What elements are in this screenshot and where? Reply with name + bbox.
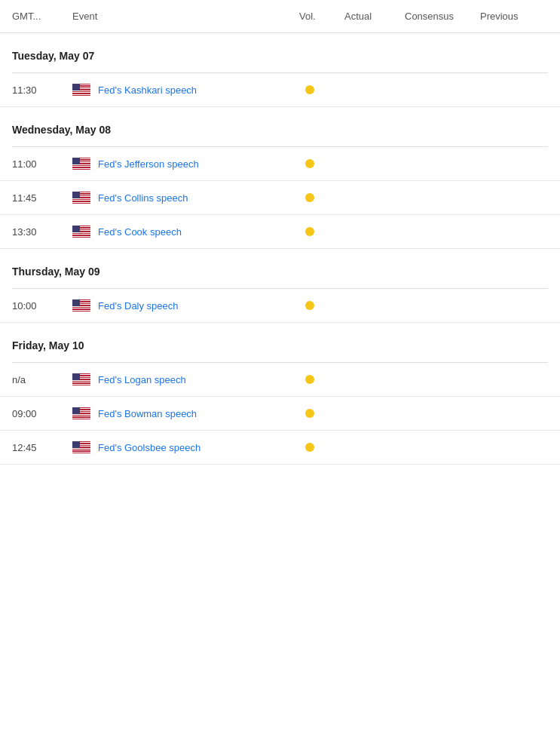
event-name-cell: Fed's Kashkari speech (72, 84, 299, 96)
event-name-cell: Fed's Goolsbee speech (72, 441, 299, 453)
vol-cell (299, 159, 344, 168)
vol-cell (299, 375, 344, 384)
volatility-dot (305, 227, 314, 236)
event-time: n/a (12, 374, 72, 385)
vol-cell (299, 227, 344, 236)
us-flag-icon (72, 158, 90, 170)
volatility-dot (305, 443, 314, 452)
volatility-dot (305, 193, 314, 202)
day-section-1: Wednesday, May 08 (0, 107, 560, 143)
us-flag-icon (72, 407, 90, 419)
event-title[interactable]: Fed's Kashkari speech (98, 84, 197, 96)
vol-cell (299, 193, 344, 202)
header-gmt: GMT... (12, 11, 72, 22)
day-section-0: Tuesday, May 07 (0, 33, 560, 69)
volatility-dot (305, 409, 314, 418)
event-time: 13:30 (12, 226, 72, 238)
event-title[interactable]: Fed's Collins speech (98, 192, 188, 204)
event-title[interactable]: Fed's Jefferson speech (98, 158, 199, 170)
volatility-dot (305, 85, 314, 94)
vol-cell (299, 301, 344, 310)
day-label-2: Thursday, May 09 (12, 266, 548, 278)
calendar-body: Tuesday, May 0711:30Fed's Kashkari speec… (0, 33, 560, 465)
event-time: 11:45 (12, 192, 72, 204)
vol-cell (299, 443, 344, 452)
day-label-1: Wednesday, May 08 (12, 124, 548, 136)
day-label-0: Tuesday, May 07 (12, 50, 548, 62)
header-consensus: Consensus (405, 11, 480, 22)
vol-cell (299, 85, 344, 94)
event-name-cell: Fed's Cook speech (72, 226, 299, 238)
event-title[interactable]: Fed's Logan speech (98, 374, 186, 385)
event-name-cell: Fed's Collins speech (72, 192, 299, 204)
event-name-cell: Fed's Logan speech (72, 373, 299, 385)
volatility-dot (305, 159, 314, 168)
day-section-2: Thursday, May 09 (0, 249, 560, 285)
us-flag-icon (72, 192, 90, 204)
table-row: 10:00Fed's Daly speech (0, 289, 560, 323)
table-row: n/aFed's Logan speech (0, 363, 560, 397)
header-actual: Actual (344, 11, 405, 22)
table-row: 13:30Fed's Cook speech (0, 215, 560, 249)
event-name-cell: Fed's Bowman speech (72, 407, 299, 419)
day-label-3: Friday, May 10 (12, 339, 548, 351)
vol-cell (299, 409, 344, 418)
event-time: 12:45 (12, 442, 72, 453)
us-flag-icon (72, 226, 90, 238)
header-previous: Previous (480, 11, 548, 22)
day-section-3: Friday, May 10 (0, 323, 560, 359)
event-title[interactable]: Fed's Cook speech (98, 226, 182, 238)
volatility-dot (305, 375, 314, 384)
event-time: 11:30 (12, 84, 72, 96)
event-time: 10:00 (12, 300, 72, 312)
event-time: 11:00 (12, 158, 72, 170)
table-row: 11:00Fed's Jefferson speech (0, 147, 560, 181)
table-row: 11:45Fed's Collins speech (0, 181, 560, 215)
header-event: Event (72, 11, 299, 22)
event-title[interactable]: Fed's Goolsbee speech (98, 442, 200, 453)
header-vol: Vol. (299, 11, 344, 22)
table-row: 11:30Fed's Kashkari speech (0, 73, 560, 107)
event-title[interactable]: Fed's Daly speech (98, 300, 179, 312)
event-time: 09:00 (12, 408, 72, 419)
event-name-cell: Fed's Jefferson speech (72, 158, 299, 170)
us-flag-icon (72, 373, 90, 385)
calendar-header: GMT... Event Vol. Actual Consensus Previ… (0, 0, 560, 33)
table-row: 09:00Fed's Bowman speech (0, 397, 560, 431)
volatility-dot (305, 301, 314, 310)
table-row: 12:45Fed's Goolsbee speech (0, 431, 560, 465)
us-flag-icon (72, 441, 90, 453)
us-flag-icon (72, 299, 90, 312)
us-flag-icon (72, 84, 90, 96)
event-name-cell: Fed's Daly speech (72, 299, 299, 312)
event-title[interactable]: Fed's Bowman speech (98, 408, 197, 419)
